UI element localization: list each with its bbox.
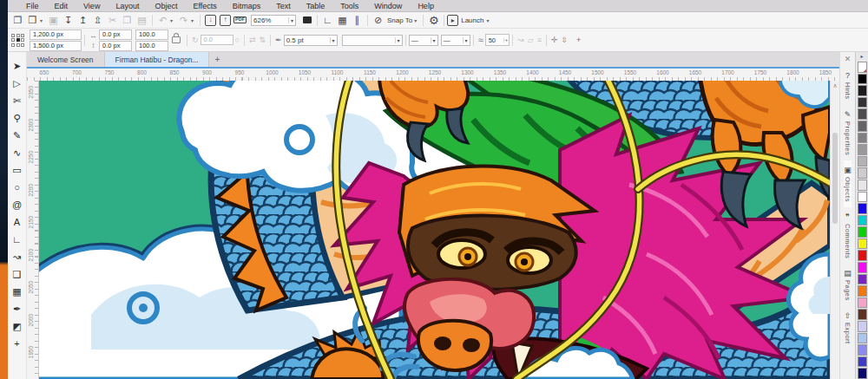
drawing-canvas[interactable] — [39, 81, 830, 379]
color-swatch-14[interactable] — [858, 239, 867, 250]
color-swatch-1[interactable] — [858, 85, 867, 96]
color-swatch-18[interactable] — [858, 285, 867, 297]
distribute-button[interactable]: ⇳ — [561, 36, 568, 44]
vertical-ruler[interactable]: 2350230022502200215021002050200019501900… — [27, 81, 39, 379]
menu-window[interactable]: Window — [366, 2, 410, 10]
publish-pdf-button[interactable]: PDF — [233, 14, 247, 27]
arrow-end-combo[interactable]: — ▾ — [441, 35, 470, 46]
docker-close-icon[interactable]: ✕ — [845, 52, 852, 66]
corner-radius-spinner[interactable]: 50 + — [485, 34, 510, 46]
crop-tool[interactable]: ✄ — [10, 92, 25, 109]
palette-scroll-arrow[interactable]: ▸ — [860, 52, 863, 61]
docker-tab-hints[interactable]: ?Hints — [844, 66, 852, 105]
rectangle-tool[interactable]: ▭ — [10, 161, 25, 179]
color-swatch-15[interactable] — [858, 250, 867, 261]
add-tool-button[interactable]: + — [10, 335, 25, 352]
menu-table[interactable]: Table — [299, 2, 333, 10]
color-swatch-24[interactable] — [858, 356, 867, 368]
docker-tab-pages[interactable]: ▤Pages — [844, 264, 852, 306]
cloud-open-button[interactable]: ↧ — [61, 14, 76, 27]
save-button[interactable]: ▣ — [46, 14, 61, 27]
docker-tab-comments[interactable]: ❞Comments — [844, 207, 852, 264]
docker-tab-export[interactable]: ⇧Export — [844, 306, 852, 350]
text-wrap-button[interactable]: ↝ — [517, 36, 524, 44]
scrollbar-thumb[interactable] — [832, 133, 838, 224]
redo-dropdown-arrow[interactable]: ▾ — [191, 17, 197, 23]
color-swatch-8[interactable] — [858, 167, 867, 179]
export-button[interactable]: ↑ — [218, 14, 233, 27]
fullscreen-preview-button[interactable] — [299, 14, 314, 27]
cloud-save-button[interactable]: ↥ — [76, 14, 90, 27]
show-grid-button[interactable]: ▦ — [335, 14, 350, 27]
paste-button[interactable]: ▤ — [135, 14, 149, 27]
object-origin-widget[interactable] — [11, 34, 24, 47]
interactive-fill-tool[interactable]: ◩ — [10, 317, 25, 335]
snap-center-button[interactable]: ✛ — [551, 36, 558, 44]
color-swatch-25[interactable] — [858, 368, 867, 379]
drop-shadow-tool[interactable]: ❑ — [10, 265, 25, 283]
mirror-horizontal-button[interactable]: ⇄ — [249, 36, 256, 44]
two-point-line-tool[interactable]: ∿ — [10, 144, 25, 161]
new-document-tab-button[interactable]: + — [209, 52, 225, 67]
transparency-tool[interactable]: ▦ — [10, 283, 25, 300]
color-swatch-7[interactable] — [858, 156, 867, 167]
horizontal-ruler[interactable]: units 6507007508008509009501000105011001… — [27, 69, 855, 82]
color-swatch-23[interactable] — [858, 344, 867, 356]
snap-to-arrow[interactable]: ▾ — [414, 17, 420, 23]
snap-off-button[interactable]: ⊘ — [371, 14, 385, 27]
launch-dropdown[interactable]: Launch — [461, 16, 483, 24]
color-swatch-17[interactable] — [858, 274, 867, 285]
eyedropper-tool[interactable]: ✒ — [10, 300, 25, 317]
open-dropdown-arrow[interactable]: ▾ — [40, 17, 46, 23]
color-swatch-6[interactable] — [858, 144, 867, 155]
polygon-tool[interactable]: @ — [10, 196, 25, 213]
redo-button[interactable]: ↷ — [176, 14, 191, 27]
color-swatch-21[interactable] — [858, 321, 867, 332]
freehand-tool[interactable]: ✎ — [10, 127, 25, 144]
menu-object[interactable]: Object — [147, 2, 185, 10]
menu-help[interactable]: Help — [410, 2, 442, 10]
document-tab-0[interactable]: Welcome Screen — [27, 52, 105, 67]
zoom-tool[interactable]: ⚲ — [10, 109, 25, 127]
color-swatch-13[interactable] — [858, 226, 867, 238]
ellipse-tool[interactable]: ○ — [10, 179, 25, 196]
rotation-angle-field[interactable]: 0.0 — [201, 35, 233, 45]
document-tab-1[interactable]: Firman Hatibu - Dragon... — [105, 52, 210, 67]
color-swatch-20[interactable] — [858, 309, 867, 320]
menu-text[interactable]: Text — [268, 2, 299, 10]
color-swatch-11[interactable] — [858, 203, 867, 214]
outline-width-combo[interactable]: 0.5 pt ▾ — [284, 35, 338, 46]
customize-propbar-button[interactable]: + — [576, 36, 581, 44]
color-swatch-5[interactable] — [858, 133, 867, 144]
menu-file[interactable]: File — [18, 2, 47, 10]
canvas-vertical-scrollbar[interactable]: ∧ — [830, 81, 839, 379]
docker-tab-objects[interactable]: ▣Objects — [844, 160, 852, 207]
menu-effects[interactable]: Effects — [185, 2, 224, 10]
menu-edit[interactable]: Edit — [47, 2, 76, 10]
spinner-buttons[interactable]: + — [503, 38, 510, 42]
mirror-vertical-button[interactable]: ⇅ — [260, 36, 266, 44]
color-swatch-12[interactable] — [858, 215, 867, 226]
pick-tool[interactable]: ➤ — [10, 57, 25, 75]
color-swatch-10[interactable] — [858, 192, 867, 203]
zoom-level-combo[interactable]: 626% ▾ — [251, 15, 296, 26]
undo-button[interactable]: ↶ — [155, 14, 170, 27]
scrollbar-up-arrow[interactable]: ∧ — [831, 81, 839, 90]
object-width-field[interactable]: 0.0 px — [99, 29, 132, 40]
new-document-button[interactable]: ❐ — [10, 14, 25, 27]
shape-tool[interactable]: ▷ — [10, 75, 25, 92]
options-gear-button[interactable]: ⚙ — [426, 14, 441, 27]
line-style-combo[interactable]: ▾ — [342, 35, 403, 46]
to-front-button[interactable]: ▱ — [528, 36, 534, 44]
connector-tool[interactable]: ↝ — [10, 248, 25, 265]
align-button[interactable]: ≡ — [537, 36, 542, 44]
open-button[interactable]: ❒ — [25, 14, 40, 27]
show-guidelines-button[interactable]: ∥ — [350, 14, 365, 27]
color-swatch-0[interactable] — [858, 74, 867, 85]
scale-y-field[interactable]: 100.0 — [135, 41, 168, 51]
color-swatch-none[interactable] — [858, 62, 867, 73]
arrow-start-combo[interactable]: — ▾ — [409, 35, 438, 46]
object-position-y-field[interactable]: 1,500.0 px — [30, 41, 82, 51]
lock-ratio-button[interactable] — [172, 36, 181, 43]
snap-to-dropdown[interactable]: Snap To — [387, 16, 412, 24]
